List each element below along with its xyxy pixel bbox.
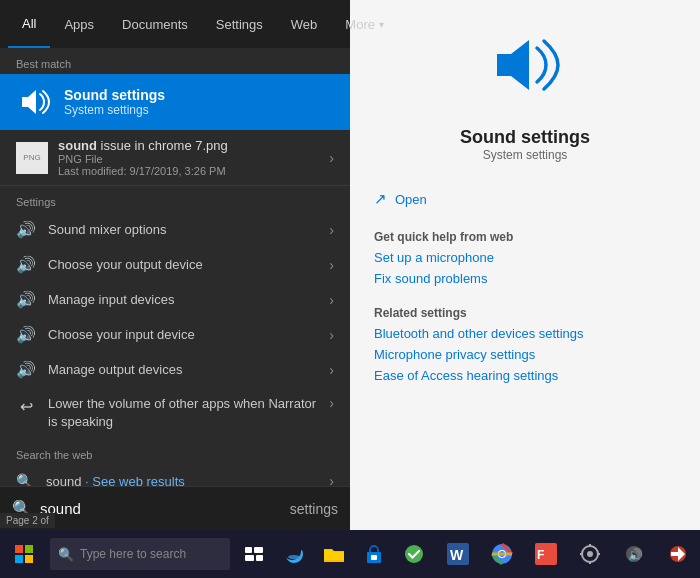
taskbar-icons <box>234 530 434 578</box>
ease-of-access-link[interactable]: Ease of Access hearing settings <box>374 368 676 383</box>
svg-rect-3 <box>25 555 33 563</box>
svg-rect-1 <box>25 545 33 553</box>
edge-button[interactable] <box>274 530 314 578</box>
svg-point-20 <box>587 551 593 557</box>
word-button[interactable]: W <box>436 530 480 578</box>
narrator-icon: ↩ <box>16 397 36 416</box>
fix-sound-link[interactable]: Fix sound problems <box>374 271 676 286</box>
web-search-item[interactable]: 🔍 sound · See web results › <box>0 465 350 486</box>
svg-rect-4 <box>245 547 252 553</box>
taskbar-right: W F 🔊 <box>436 530 700 578</box>
settings-item-label-0: Sound mixer options <box>48 222 317 237</box>
settings-item-3[interactable]: 🔊 Choose your input device › <box>0 317 350 352</box>
tab-web[interactable]: Web <box>277 0 332 48</box>
settings-section-label: Settings <box>0 186 350 212</box>
results-area: Best match Sound settings System setting… <box>0 48 350 486</box>
svg-rect-7 <box>256 555 263 561</box>
arrow-icon-2: › <box>329 292 334 308</box>
store-button[interactable] <box>354 530 394 578</box>
arrow-icon-1: › <box>329 257 334 273</box>
open-button[interactable]: ↗ Open <box>374 182 676 216</box>
nav-tabs: All Apps Documents Settings Web More ▾ F… <box>0 0 350 48</box>
checkmark-button[interactable] <box>394 530 434 578</box>
tab-more[interactable]: More ▾ <box>331 0 398 48</box>
settings-item-label-2: Manage input devices <box>48 292 317 307</box>
task-view-button[interactable] <box>234 530 274 578</box>
file-modified: Last modified: 9/17/2019, 3:26 PM <box>58 165 319 177</box>
taskbar-search-box[interactable]: 🔍 Type here to search <box>50 538 230 570</box>
sound-icon <box>16 84 52 120</box>
file-name: sound issue in chrome 7.png <box>58 138 319 153</box>
svg-rect-6 <box>245 555 254 561</box>
settings-item-5[interactable]: ↩ Lower the volume of other apps when Na… <box>0 387 350 439</box>
arrow-icon-0: › <box>329 222 334 238</box>
file-result[interactable]: PNG sound issue in chrome 7.png PNG File… <box>0 130 350 186</box>
microphone-privacy-link[interactable]: Microphone privacy settings <box>374 347 676 362</box>
tab-apps[interactable]: Apps <box>50 0 108 48</box>
start-button[interactable] <box>0 530 48 578</box>
svg-rect-5 <box>254 547 263 553</box>
tab-all[interactable]: All <box>8 0 50 48</box>
best-match-title: Sound settings <box>64 87 334 103</box>
arrow-icon-4: › <box>329 362 334 378</box>
related-settings-title: Related settings <box>374 306 676 320</box>
settings-item-1[interactable]: 🔊 Choose your output device › <box>0 247 350 282</box>
open-icon: ↗ <box>374 190 387 208</box>
arrow-icon-3: › <box>329 327 334 343</box>
red-arrow-button[interactable] <box>656 530 700 578</box>
bluetooth-devices-link[interactable]: Bluetooth and other devices settings <box>374 326 676 341</box>
right-subtitle: System settings <box>374 148 676 162</box>
svg-rect-0 <box>15 545 23 553</box>
setup-microphone-link[interactable]: Set up a microphone <box>374 250 676 265</box>
svg-text:🔊: 🔊 <box>628 547 643 562</box>
page-indicator: Page 2 of <box>0 513 55 528</box>
best-match-subtitle: System settings <box>64 103 334 117</box>
tab-settings[interactable]: Settings <box>202 0 277 48</box>
svg-text:F: F <box>537 548 544 562</box>
svg-point-11 <box>405 545 423 563</box>
file-type: PNG File <box>58 153 319 165</box>
settings-item-label-1: Choose your output device <box>48 257 317 272</box>
settings-item-0[interactable]: 🔊 Sound mixer options › <box>0 212 350 247</box>
search-input[interactable] <box>40 500 282 517</box>
foxit-button[interactable]: F <box>524 530 568 578</box>
sound-settings-icon <box>374 30 676 115</box>
chrome-button[interactable] <box>480 530 524 578</box>
settings-taskbar-button[interactable] <box>568 530 612 578</box>
output-device-icon: 🔊 <box>16 255 36 274</box>
right-panel: Sound settings System settings ↗ Open Ge… <box>350 0 700 530</box>
input-device-icon: 🔊 <box>16 325 36 344</box>
settings-item-4[interactable]: 🔊 Manage output devices › <box>0 352 350 387</box>
sound-mixer-icon: 🔊 <box>16 220 36 239</box>
settings-item-label-3: Choose your input device <box>48 327 317 342</box>
settings-item-label-5: Lower the volume of other apps when Narr… <box>48 395 317 431</box>
svg-text:W: W <box>450 547 464 563</box>
folder-button[interactable] <box>314 530 354 578</box>
svg-rect-10 <box>371 555 377 560</box>
taskbar: 🔍 Type here to search W F <box>0 530 700 578</box>
file-thumbnail: PNG <box>16 142 48 174</box>
arrow-icon-5: › <box>329 395 334 411</box>
file-arrow-icon: › <box>329 150 334 166</box>
search-placeholder-hint: settings <box>290 501 338 517</box>
output-devices-icon: 🔊 <box>16 360 36 379</box>
settings-item-label-4: Manage output devices <box>48 362 317 377</box>
best-match-item[interactable]: Sound settings System settings <box>0 74 350 130</box>
web-search-text: sound · See web results <box>46 474 185 486</box>
start-menu: All Apps Documents Settings Web More ▾ F… <box>0 0 700 530</box>
settings-item-2[interactable]: 🔊 Manage input devices › <box>0 282 350 317</box>
web-arrow-icon: › <box>329 473 334 486</box>
web-section-label: Search the web <box>0 439 350 465</box>
right-title: Sound settings <box>374 127 676 148</box>
best-match-label: Best match <box>0 48 350 74</box>
left-panel: All Apps Documents Settings Web More ▾ F… <box>0 0 350 530</box>
svg-rect-2 <box>15 555 23 563</box>
quick-help-title: Get quick help from web <box>374 230 676 244</box>
svg-point-8 <box>288 555 300 559</box>
audio-button[interactable]: 🔊 <box>612 530 656 578</box>
windows-logo-icon <box>15 545 33 563</box>
tab-documents[interactable]: Documents <box>108 0 202 48</box>
search-web-icon: 🔍 <box>16 473 36 486</box>
manage-input-icon: 🔊 <box>16 290 36 309</box>
taskbar-search-icon: 🔍 <box>58 547 74 562</box>
